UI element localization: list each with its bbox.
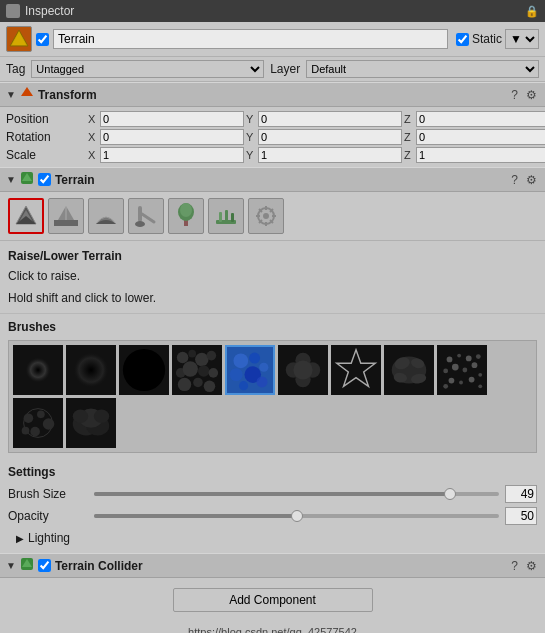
terrain-desc-line2: Hold shift and click to lower. — [8, 289, 537, 307]
svg-point-81 — [449, 378, 455, 384]
svg-point-89 — [37, 411, 45, 419]
brush-size-row: Brush Size — [8, 485, 537, 503]
brushes-section: Brushes — [0, 314, 545, 459]
scale-x-input[interactable] — [100, 147, 244, 163]
svg-point-74 — [466, 356, 472, 362]
svg-marker-2 — [21, 87, 33, 96]
object-active-checkbox[interactable] — [36, 33, 49, 46]
object-header: Static ▼ — [0, 22, 545, 57]
svg-point-22 — [263, 213, 269, 219]
tool-paint-height-btn[interactable] — [48, 198, 84, 234]
scale-z-field: Z — [404, 147, 545, 163]
terrain-help-btn[interactable]: ? — [509, 173, 520, 187]
terrain-desc-title: Raise/Lower Terrain — [8, 247, 537, 265]
static-checkbox[interactable] — [456, 33, 469, 46]
rotation-x-input[interactable] — [100, 129, 244, 145]
svg-point-12 — [135, 221, 145, 227]
title-bar: Inspector 🔒 — [0, 0, 545, 22]
brush-item[interactable] — [119, 345, 169, 395]
svg-point-85 — [478, 384, 482, 388]
opacity-slider[interactable] — [94, 514, 499, 518]
opacity-value[interactable] — [505, 507, 537, 525]
tool-smooth-btn[interactable] — [88, 198, 124, 234]
collider-settings-btn[interactable]: ⚙ — [524, 559, 539, 573]
terrain-collider-header[interactable]: ▼ Terrain Collider ? ⚙ — [0, 553, 545, 578]
svg-point-51 — [249, 353, 260, 364]
lock-icon[interactable]: 🔒 — [525, 5, 539, 18]
brush-item[interactable] — [225, 345, 275, 395]
transform-header[interactable]: ▼ Transform ? ⚙ — [0, 82, 545, 107]
tool-paint-texture-btn[interactable] — [128, 198, 164, 234]
svg-point-56 — [239, 381, 248, 390]
brush-size-slider[interactable] — [94, 492, 499, 496]
terrain-description: Raise/Lower Terrain Click to raise. Hold… — [0, 241, 545, 314]
svg-point-46 — [178, 378, 191, 391]
rotation-y-input[interactable] — [258, 129, 402, 145]
scale-y-field: Y — [246, 147, 402, 163]
transform-help-btn[interactable]: ? — [509, 88, 520, 102]
rotation-z-input[interactable] — [416, 129, 545, 145]
collider-actions: ? ⚙ — [509, 559, 539, 573]
scale-z-input[interactable] — [416, 147, 545, 163]
brush-size-value[interactable] — [505, 485, 537, 503]
terrain-active-checkbox[interactable] — [38, 173, 51, 186]
position-y-input[interactable] — [258, 111, 402, 127]
lighting-row[interactable]: ▶ Lighting — [8, 529, 537, 547]
position-z-field: Z — [404, 111, 545, 127]
collider-help-btn[interactable]: ? — [509, 559, 520, 573]
brush-item[interactable] — [66, 345, 116, 395]
tag-select[interactable]: Untagged — [31, 60, 264, 78]
rotation-x-field: X — [88, 129, 244, 145]
brush-item[interactable] — [331, 345, 381, 395]
svg-rect-19 — [225, 210, 228, 222]
terrain-header[interactable]: ▼ Terrain ? ⚙ — [0, 167, 545, 192]
add-component-button[interactable]: Add Component — [173, 588, 373, 612]
brush-item[interactable] — [172, 345, 222, 395]
svg-point-92 — [22, 427, 30, 435]
brush-item[interactable] — [66, 398, 116, 448]
scale-x-field: X — [88, 147, 244, 163]
terrain-settings-btn[interactable]: ⚙ — [524, 173, 539, 187]
brush-item[interactable] — [13, 398, 63, 448]
svg-point-41 — [207, 351, 217, 361]
tag-layer-row: Tag Untagged Layer Default — [0, 57, 545, 82]
svg-point-72 — [447, 357, 453, 363]
watermark: https://blog.csdn.net/qq_42577542 — [0, 622, 545, 633]
transform-settings-btn[interactable]: ⚙ — [524, 88, 539, 102]
inspector-icon — [6, 4, 20, 18]
terrain-actions: ? ⚙ — [509, 173, 539, 187]
transform-icon — [20, 86, 34, 103]
brush-item[interactable] — [278, 345, 328, 395]
tool-raise-btn[interactable] — [8, 198, 44, 234]
object-name-input[interactable] — [53, 29, 448, 49]
position-z-input[interactable] — [416, 111, 545, 127]
svg-point-79 — [472, 362, 478, 368]
rotation-y-field: Y — [246, 129, 402, 145]
brushes-title: Brushes — [8, 320, 537, 334]
scale-y-input[interactable] — [258, 147, 402, 163]
terrain-title: Terrain — [55, 173, 95, 187]
brush-item[interactable] — [13, 345, 63, 395]
brush-item[interactable] — [384, 345, 434, 395]
static-dropdown[interactable]: ▼ — [505, 29, 539, 49]
svg-point-39 — [188, 350, 196, 358]
transform-arrow: ▼ — [6, 89, 16, 100]
svg-point-97 — [73, 410, 88, 423]
terrain-arrow: ▼ — [6, 174, 16, 185]
object-icon — [6, 26, 32, 52]
tool-details-btn[interactable] — [208, 198, 244, 234]
collider-arrow: ▼ — [6, 560, 16, 571]
settings-title: Settings — [8, 465, 537, 479]
position-x-input[interactable] — [100, 111, 244, 127]
scale-label: Scale — [6, 147, 86, 163]
collider-active-checkbox[interactable] — [38, 559, 51, 572]
brush-item[interactable] — [437, 345, 487, 395]
svg-point-55 — [256, 376, 267, 387]
svg-point-50 — [233, 353, 248, 368]
tool-terrain-settings-btn[interactable] — [248, 198, 284, 234]
svg-point-40 — [195, 353, 208, 366]
layer-select[interactable]: Default — [306, 60, 539, 78]
tool-trees-btn[interactable] — [168, 198, 204, 234]
rotation-label: Rotation — [6, 129, 86, 145]
svg-point-47 — [193, 378, 203, 388]
